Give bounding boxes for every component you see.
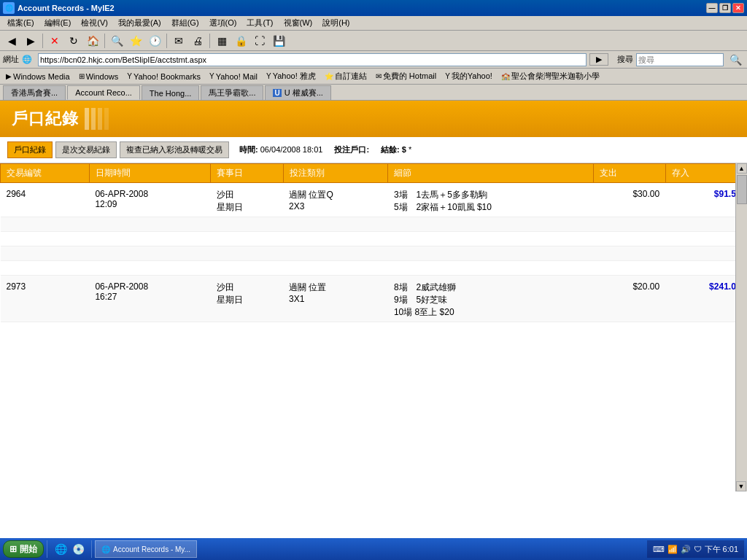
refresh-button[interactable]: ↻ <box>65 33 82 49</box>
menu-file[interactable]: 檔案(E) <box>3 17 39 29</box>
hotmail-icon: ✉ <box>376 72 382 80</box>
header-line-4 <box>104 108 109 130</box>
table-container: 交易編號 日期時間 賽事日 投注類別 細節 支出 存入 2964 06-AP <box>0 163 747 491</box>
print-button[interactable]: 🖨 <box>189 33 206 49</box>
menu-edit[interactable]: 編輯(E) <box>40 17 76 29</box>
fullscreen-button[interactable]: ⛶ <box>251 33 268 49</box>
lock-button[interactable]: 🔒 <box>232 33 249 49</box>
search-input[interactable] <box>636 53 724 66</box>
sub-nav-verify-transactions[interactable]: 複查已納入彩池及轉暖交易 <box>120 141 229 158</box>
save-button[interactable]: 💾 <box>270 33 287 49</box>
windows-logo: ⊞ <box>9 544 17 554</box>
scroll-up-button[interactable]: ▲ <box>737 163 747 174</box>
sub-nav-info: 時間: 06/04/2008 18:01 投注戶口: 結餘: $ * <box>239 144 411 155</box>
cell-credit-1: $91.50 <box>665 183 746 217</box>
content-area: 戶口紀錄 戶口紀錄 是次交易紀錄 複查已納入彩池及轉暖交易 時間: 06/04/… <box>0 101 747 545</box>
yahoo-icon: Y <box>266 72 271 80</box>
toolbar-sep-1 <box>42 34 43 48</box>
link-windows[interactable]: ⊞ Windows <box>76 71 122 82</box>
link-school[interactable]: 🏫 聖公會柴灣聖米迦勒小學 <box>498 70 603 82</box>
menu-favorites[interactable]: 我的最愛(A) <box>114 17 166 29</box>
cell-credit-2: $241.00 <box>665 276 746 322</box>
title-bar: 🌐 Account Records - MyIE2 — ❐ ✕ <box>0 0 747 16</box>
quick-launch: 🌐 💿 <box>50 542 88 556</box>
menu-groups[interactable]: 群組(G) <box>167 17 204 29</box>
tab-4[interactable]: 馬王爭霸歌... <box>201 85 263 100</box>
start-button[interactable]: ⊞ 開始 <box>3 540 44 558</box>
tab-1[interactable]: 香港馬會賽... <box>3 85 66 100</box>
link-yahoo-bookmarks[interactable]: Y Yahoo! Bookmarks <box>124 71 204 82</box>
clock: 下午 6:01 <box>705 544 738 555</box>
ql-browser-button[interactable]: 🌐 <box>53 542 68 556</box>
menu-window[interactable]: 視窗(W) <box>279 17 317 29</box>
taskbar-active-window[interactable]: 🌐 Account Records - My... <box>95 540 197 558</box>
scroll-thumb[interactable] <box>737 175 747 204</box>
history-button[interactable]: 🕐 <box>146 33 163 49</box>
close-button[interactable]: ✕ <box>732 3 744 13</box>
tab-2[interactable]: Account Reco... <box>67 85 140 100</box>
taskbar: ⊞ 開始 🌐 💿 🌐 Account Records - My... ⌨ 📶 🔊… <box>0 538 747 560</box>
sub-nav: 戶口紀錄 是次交易紀錄 複查已納入彩池及轉暖交易 時間: 06/04/2008 … <box>0 137 747 163</box>
link-my-yahoo[interactable]: Y 我的Yahoo! <box>442 70 495 82</box>
venue-2: 沙田 <box>217 281 277 294</box>
app-icon: 🌐 <box>3 2 15 14</box>
spacer-row-4 <box>1 261 747 276</box>
spacer-row-1 <box>1 217 747 232</box>
header-line-1 <box>85 108 89 130</box>
time-2: 16:27 <box>95 292 204 302</box>
home-button[interactable]: 🏠 <box>84 33 101 49</box>
favorites-button[interactable]: ⭐ <box>127 33 144 49</box>
groups-button[interactable]: ▦ <box>213 33 231 49</box>
search-button[interactable]: 🔍 <box>108 33 125 49</box>
time-label: 時間: 06/04/2008 18:01 <box>239 144 322 155</box>
taskbar-system-tray: ⌨ 📶 🔊 🛡 下午 6:01 <box>647 540 744 558</box>
cell-datetime-1: 06-APR-2008 12:09 <box>89 183 210 217</box>
link-windows-media[interactable]: ▶ Windows Media <box>3 71 73 82</box>
windows-icon: ⊞ <box>79 72 85 80</box>
col-header-raceday: 賽事日 <box>211 164 283 183</box>
bettype-line1-2: 過關 位置 <box>289 281 382 294</box>
menu-tools[interactable]: 工具(T) <box>242 17 277 29</box>
window-title: Account Records - MyIE2 <box>18 4 115 12</box>
sub-nav-account-records[interactable]: 戶口紀錄 <box>7 141 53 158</box>
col-header-id: 交易編號 <box>1 164 90 183</box>
mail-button[interactable]: ✉ <box>170 33 187 49</box>
tab-3[interactable]: The Hong... <box>142 85 199 100</box>
tab-5[interactable]: U U 權威賽... <box>265 85 330 100</box>
back-button[interactable]: ◀ <box>3 33 20 49</box>
bettype-line1-1: 過關 位置Q <box>289 189 382 201</box>
toolbar-sep-4 <box>209 34 210 48</box>
security-icon: 🛡 <box>694 545 702 553</box>
menu-help[interactable]: 說明(H) <box>318 17 354 29</box>
ql-media-button[interactable]: 💿 <box>71 542 85 556</box>
taskbar-ie-icon: 🌐 <box>101 545 110 553</box>
cell-bettype-1: 過關 位置Q 2X3 <box>283 183 388 217</box>
scroll-down-button[interactable]: ▼ <box>736 481 746 491</box>
toolbar-sep-2 <box>104 34 105 48</box>
restore-button[interactable]: ❐ <box>719 3 731 13</box>
cell-detail-1: 3場 1去馬＋5多多勒駒 5場 2家福＋10凱風 $10 <box>388 183 593 217</box>
date-2: 06-APR-2008 <box>95 281 204 292</box>
scrollbar[interactable]: ▲ ▼ <box>735 163 747 491</box>
menu-view[interactable]: 檢視(V) <box>77 17 112 29</box>
link-custom[interactable]: ⭐ 自訂連結 <box>322 70 370 82</box>
link-yahoo[interactable]: Y Yahoo! 雅虎 <box>263 70 319 82</box>
spacer-row-2 <box>1 232 747 246</box>
go-button[interactable]: ▶ <box>589 53 608 66</box>
link-yahoo-mail[interactable]: Y Yahoo! Mail <box>206 71 260 82</box>
cell-raceday-2: 沙田 星期日 <box>211 276 283 322</box>
detail-line2-1: 5場 2家福＋10凱風 $10 <box>394 201 587 214</box>
search-icon[interactable]: 🔍 <box>727 52 744 68</box>
menu-options[interactable]: 選項(O) <box>205 17 241 29</box>
cell-datetime-2: 06-APR-2008 16:27 <box>89 276 210 322</box>
network-icon: 📶 <box>667 545 678 554</box>
minimize-button[interactable]: — <box>706 3 718 13</box>
menu-bar: 檔案(E) 編輯(E) 檢視(V) 我的最愛(A) 群組(G) 選項(O) 工具… <box>0 16 747 31</box>
link-hotmail[interactable]: ✉ 免費的 Hotmail <box>373 70 439 82</box>
sub-nav-transaction-records[interactable]: 是次交易紀錄 <box>55 141 117 158</box>
yahoo-mail-icon: Y <box>209 72 214 80</box>
forward-button[interactable]: ▶ <box>22 33 39 49</box>
address-input[interactable] <box>38 53 587 66</box>
ie-window: 🌐 Account Records - MyIE2 — ❐ ✕ 檔案(E) 編輯… <box>0 0 747 560</box>
stop-button[interactable]: ✕ <box>46 33 63 49</box>
